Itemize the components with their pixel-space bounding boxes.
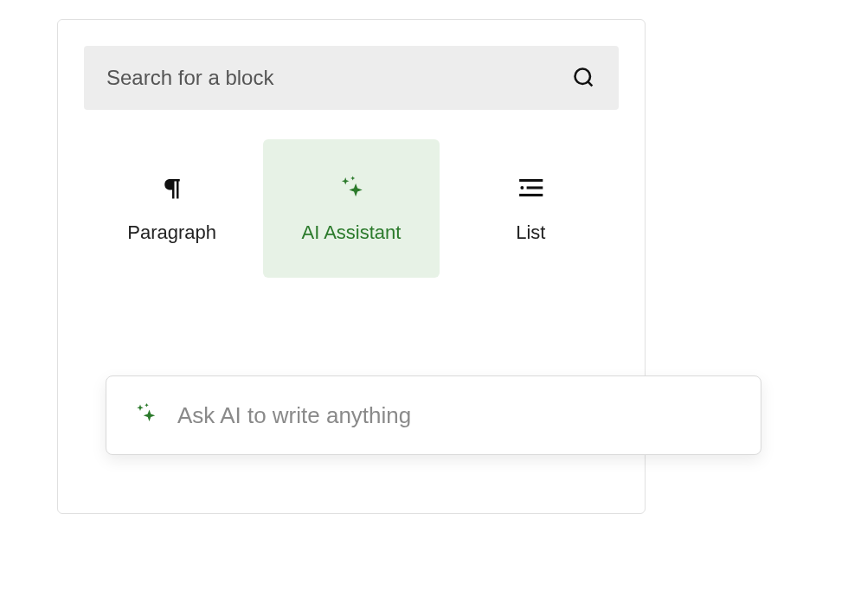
svg-point-3 [521, 186, 524, 189]
ai-prompt-input[interactable] [177, 402, 735, 429]
block-tile-label: Paragraph [127, 221, 216, 244]
ai-prompt-bar[interactable] [106, 375, 761, 455]
block-grid: Paragraph AI Assistant Li [84, 139, 619, 278]
block-tile-list[interactable]: List [443, 139, 619, 278]
svg-line-1 [588, 81, 592, 86]
search-bar[interactable] [84, 46, 619, 110]
svg-point-0 [575, 69, 591, 85]
search-input[interactable] [106, 66, 572, 90]
sparkle-icon [132, 401, 158, 430]
block-tile-paragraph[interactable]: Paragraph [84, 139, 260, 278]
search-icon [572, 66, 596, 90]
pilcrow-icon [157, 173, 187, 202]
block-tile-label: AI Assistant [302, 221, 402, 244]
block-tile-ai-assistant[interactable]: AI Assistant [263, 139, 439, 278]
block-tile-label: List [516, 221, 545, 244]
list-icon [516, 173, 545, 202]
sparkle-icon [337, 173, 366, 202]
